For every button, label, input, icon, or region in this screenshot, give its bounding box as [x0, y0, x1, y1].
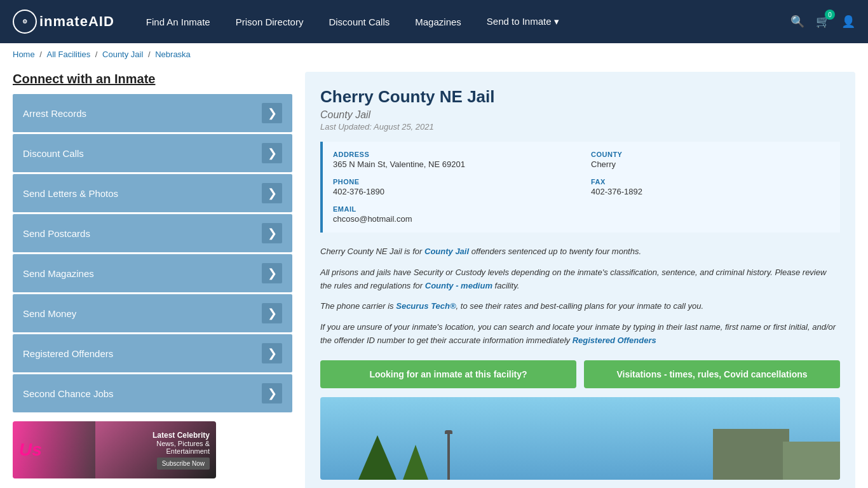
cart-badge: 0	[825, 10, 835, 20]
county-jail-link[interactable]: County Jail	[424, 247, 469, 256]
sidebar-title: Connect with an Inmate	[13, 72, 292, 86]
nav-discount-calls[interactable]: Discount Calls	[329, 17, 390, 27]
phone-block: PHONE 402-376-1890	[333, 178, 572, 196]
sidebar-item-registered-offenders[interactable]: Registered Offenders ❯	[13, 334, 292, 372]
navbar: ⚙ inmateAID Find An Inmate Prison Direct…	[0, 0, 868, 43]
breadcrumb-nebraska[interactable]: Nebraska	[155, 50, 191, 59]
sidebar-item-send-postcards[interactable]: Send Postcards ❯	[13, 214, 292, 252]
facility-image	[320, 397, 840, 480]
desc-para-2: All prisons and jails have Security or C…	[320, 266, 840, 293]
facility-updated: Last Updated: August 25, 2021	[320, 122, 840, 132]
breadcrumb-home[interactable]: Home	[13, 50, 35, 59]
arrow-icon: ❯	[262, 103, 282, 123]
sidebar-item-label: Send Letters & Photos	[23, 188, 118, 199]
sidebar-item-label: Send Magazines	[23, 268, 94, 279]
breadcrumb-all-facilities[interactable]: All Facilities	[47, 50, 91, 59]
facility-info-grid: ADDRESS 365 N Main St, Valentine, NE 692…	[320, 142, 840, 233]
sidebar-item-discount-calls[interactable]: Discount Calls ❯	[13, 134, 292, 172]
sidebar-item-arrest-records[interactable]: Arrest Records ❯	[13, 94, 292, 132]
arrow-icon: ❯	[262, 143, 282, 163]
logo-icon: ⚙	[13, 10, 37, 34]
search-button[interactable]: 🔍	[790, 15, 804, 29]
county-medium-link[interactable]: County - medium	[425, 281, 492, 290]
action-buttons: Looking for an inmate at this facility? …	[320, 360, 840, 388]
securus-link[interactable]: Securus Tech®	[396, 301, 456, 311]
breadcrumb-county-jail[interactable]: County Jail	[102, 50, 143, 59]
logo-text: inmateAID	[39, 13, 114, 30]
arrow-icon: ❯	[262, 263, 282, 283]
fax-label: FAX	[591, 178, 830, 186]
sidebar-item-label: Second Chance Jobs	[23, 388, 114, 399]
ad-logo: Us	[19, 440, 42, 459]
address-value: 365 N Main St, Valentine, NE 69201	[333, 159, 572, 169]
arrow-icon: ❯	[262, 183, 282, 203]
sidebar-item-send-magazines[interactable]: Send Magazines ❯	[13, 254, 292, 292]
building-icon-2	[783, 442, 840, 480]
registered-offenders-link[interactable]: Registered Offenders	[573, 336, 656, 345]
facility-name: Cherry County NE Jail	[320, 87, 840, 107]
sidebar-item-label: Send Postcards	[23, 228, 90, 239]
sidebar-item-label: Arrest Records	[23, 108, 86, 119]
visitations-button[interactable]: Visitations - times, rules, Covid cancel…	[584, 360, 840, 388]
sidebar-item-label: Discount Calls	[23, 148, 84, 159]
sidebar-item-label: Registered Offenders	[23, 348, 113, 359]
address-label: ADDRESS	[333, 151, 572, 158]
logo[interactable]: ⚙ inmateAID	[13, 10, 114, 34]
nav-icons: 🔍 🛒 0 👤	[790, 15, 855, 29]
arrow-icon: ❯	[262, 383, 282, 403]
email-block: EMAIL chcoso@hotmail.com	[333, 205, 830, 224]
tree-icon-1	[358, 435, 397, 480]
nav-magazines[interactable]: Magazines	[415, 17, 461, 27]
ad-banner[interactable]: Us Latest Celebrity News, Pictures & Ent…	[13, 421, 216, 478]
find-inmate-button[interactable]: Looking for an inmate at this facility?	[320, 360, 576, 388]
county-value: Cherry	[591, 159, 830, 169]
fax-block: FAX 402-376-1892	[591, 178, 830, 196]
user-button[interactable]: 👤	[841, 15, 855, 29]
email-value: chcoso@hotmail.com	[333, 214, 830, 224]
tree-icon-2	[403, 445, 428, 480]
sidebar-item-send-letters[interactable]: Send Letters & Photos ❯	[13, 174, 292, 212]
lamppost-head-icon	[445, 430, 452, 434]
county-block: COUNTY Cherry	[591, 151, 830, 169]
cart-button[interactable]: 🛒 0	[816, 15, 830, 29]
nav-find-inmate[interactable]: Find An Inmate	[146, 17, 210, 27]
desc-para-1: Cherry County NE Jail is for County Jail…	[320, 245, 840, 259]
main-container: Connect with an Inmate Arrest Records ❯ …	[0, 65, 868, 488]
phone-value: 402-376-1890	[333, 187, 572, 196]
facility-description: Cherry County NE Jail is for County Jail…	[320, 245, 840, 348]
address-block: ADDRESS 365 N Main St, Valentine, NE 692…	[333, 151, 572, 169]
lamppost-icon	[447, 432, 450, 480]
content-panel: Cherry County NE Jail County Jail Last U…	[305, 72, 855, 488]
ad-text: Latest Celebrity News, Pictures & Entert…	[153, 431, 210, 470]
sidebar-item-label: Send Money	[23, 308, 76, 319]
arrow-icon: ❯	[262, 343, 282, 363]
nav-links: Find An Inmate Prison Directory Discount…	[146, 16, 771, 27]
desc-para-4: If you are unsure of your inmate's locat…	[320, 321, 840, 348]
fax-value: 402-376-1892	[591, 187, 830, 196]
arrow-icon: ❯	[262, 223, 282, 243]
county-label: COUNTY	[591, 151, 830, 158]
building-icon-1	[713, 429, 789, 480]
sidebar: Connect with an Inmate Arrest Records ❯ …	[13, 72, 292, 488]
email-label: EMAIL	[333, 205, 830, 213]
sidebar-item-second-chance-jobs[interactable]: Second Chance Jobs ❯	[13, 374, 292, 412]
nav-send-to-inmate[interactable]: Send to Inmate ▾	[487, 16, 559, 27]
desc-para-3: The phone carrier is Securus Tech®, to s…	[320, 300, 840, 313]
phone-label: PHONE	[333, 178, 572, 186]
ad-subscribe-button[interactable]: Subscribe Now	[157, 458, 210, 470]
sidebar-item-send-money[interactable]: Send Money ❯	[13, 294, 292, 332]
sidebar-menu: Arrest Records ❯ Discount Calls ❯ Send L…	[13, 94, 292, 412]
facility-type: County Jail	[320, 109, 840, 121]
facility-image-mock	[320, 397, 840, 480]
nav-prison-directory[interactable]: Prison Directory	[236, 17, 304, 27]
breadcrumb: Home / All Facilities / County Jail / Ne…	[0, 43, 868, 65]
arrow-icon: ❯	[262, 303, 282, 323]
